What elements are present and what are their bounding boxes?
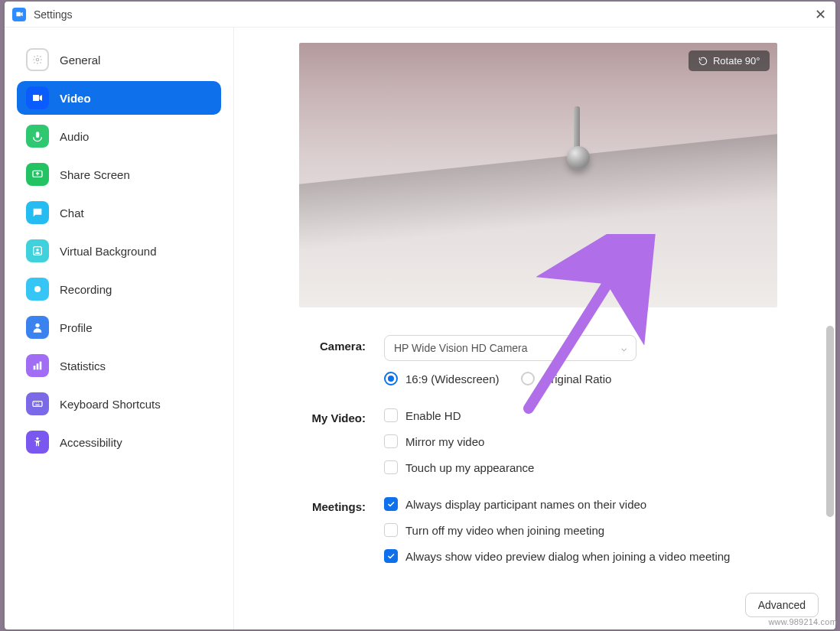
meetings-label: Meetings: — [256, 496, 384, 513]
close-button[interactable]: ✕ — [812, 7, 828, 22]
statistics-icon — [26, 354, 49, 377]
sidebar-item-profile[interactable]: Profile — [17, 311, 221, 344]
settings-window: Settings ✕ General Video Audi — [5, 2, 835, 629]
sidebar-item-statistics[interactable]: Statistics — [17, 349, 221, 382]
sidebar-item-label: Statistics — [60, 359, 106, 372]
sidebar-item-accessibility[interactable]: Accessibility — [17, 425, 221, 459]
checkbox-label: Enable HD — [405, 409, 461, 422]
checkbox-icon — [384, 460, 398, 474]
my-video-label: My Video: — [256, 407, 384, 424]
camera-select-value: HP Wide Vision HD Camera — [394, 342, 528, 354]
general-icon — [26, 48, 49, 71]
sidebar-item-label: Profile — [60, 321, 93, 334]
rotate-90-button[interactable]: Rotate 90° — [689, 50, 770, 71]
sidebar-item-label: Keyboard Shortcuts — [60, 398, 161, 411]
sidebar-item-label: Audio — [60, 130, 89, 143]
preview-decor — [567, 146, 590, 169]
sidebar-item-keyboard-shortcuts[interactable]: Keyboard Shortcuts — [17, 387, 221, 421]
radio-icon — [521, 372, 535, 385]
svg-rect-9 — [33, 402, 42, 407]
sidebar-item-label: Chat — [60, 207, 84, 220]
sidebar-item-label: Share Screen — [60, 168, 130, 181]
audio-icon — [26, 125, 49, 148]
recording-icon — [26, 278, 49, 301]
checkbox-icon — [384, 408, 398, 422]
video-icon — [26, 86, 49, 109]
sidebar-item-chat[interactable]: Chat — [17, 196, 221, 229]
camera-select[interactable]: HP Wide Vision HD Camera ⌵ — [384, 335, 637, 361]
svg-rect-6 — [34, 366, 36, 369]
checkbox-label: Always show video preview dialog when jo… — [405, 550, 730, 563]
checkbox-icon — [384, 434, 398, 448]
checkbox-label: Always display participant names on thei… — [405, 498, 646, 511]
camera-label: Camera: — [256, 335, 384, 353]
video-settings-form: Camera: HP Wide Vision HD Camera ⌵ 16:9 … — [256, 335, 820, 574]
svg-rect-7 — [37, 363, 39, 369]
sidebar-item-label: Video — [60, 92, 91, 105]
radio-icon — [384, 372, 398, 385]
share-screen-icon — [26, 163, 49, 186]
svg-point-5 — [35, 324, 39, 327]
chevron-down-icon: ⌵ — [621, 343, 627, 353]
rotate-icon — [698, 56, 708, 67]
touch-up-checkbox[interactable]: Touch up my appearance — [384, 459, 820, 476]
accessibility-icon — [26, 431, 49, 454]
sidebar-item-share-screen[interactable]: Share Screen — [17, 158, 221, 191]
titlebar: Settings ✕ — [5, 2, 835, 28]
checkbox-icon — [384, 523, 398, 537]
sidebar-item-recording[interactable]: Recording — [17, 272, 221, 306]
ratio-widescreen-radio[interactable]: 16:9 (Widescreen) — [384, 370, 500, 387]
checkbox-label: Mirror my video — [405, 435, 484, 448]
radio-label: 16:9 (Widescreen) — [405, 372, 500, 385]
svg-point-3 — [36, 249, 38, 251]
checkbox-icon — [384, 497, 398, 511]
virtual-background-icon — [26, 239, 49, 262]
checkbox-icon — [384, 549, 398, 563]
main-panel: Rotate 90° Camera: HP Wide Vision HD Cam… — [234, 28, 835, 629]
sidebar-item-label: Accessibility — [60, 436, 122, 449]
ratio-original-radio[interactable]: Original Ratio — [521, 370, 612, 387]
sidebar-item-virtual-background[interactable]: Virtual Background — [17, 234, 221, 268]
window-body: General Video Audio Share Screen — [5, 28, 835, 629]
svg-point-10 — [36, 437, 38, 440]
sidebar-item-audio[interactable]: Audio — [17, 119, 221, 153]
sidebar-item-video[interactable]: Video — [17, 81, 221, 115]
mirror-video-checkbox[interactable]: Mirror my video — [384, 433, 820, 450]
svg-rect-8 — [40, 362, 42, 370]
svg-point-0 — [36, 58, 39, 61]
svg-point-4 — [34, 286, 41, 292]
window-title: Settings — [34, 8, 73, 21]
keyboard-icon — [26, 392, 49, 415]
sidebar: General Video Audio Share Screen — [5, 28, 234, 629]
display-names-checkbox[interactable]: Always display participant names on thei… — [384, 496, 820, 512]
checkbox-label: Touch up my appearance — [405, 461, 534, 474]
advanced-button[interactable]: Advanced — [745, 593, 819, 617]
sidebar-item-label: Virtual Background — [60, 245, 156, 258]
scrollbar-thumb[interactable] — [826, 326, 834, 517]
sidebar-item-general[interactable]: General — [17, 43, 221, 76]
video-preview: Rotate 90° — [299, 43, 777, 307]
watermark: www.989214.com — [768, 617, 837, 626]
sidebar-item-label: General — [60, 54, 100, 67]
preview-dialog-checkbox[interactable]: Always show video preview dialog when jo… — [384, 548, 820, 564]
radio-label: Original Ratio — [542, 372, 612, 385]
profile-icon — [26, 316, 49, 339]
rotate-label: Rotate 90° — [713, 55, 760, 67]
enable-hd-checkbox[interactable]: Enable HD — [384, 407, 820, 424]
chat-icon — [26, 201, 49, 224]
sidebar-item-label: Recording — [60, 283, 112, 296]
checkbox-label: Turn off my video when joining meeting — [405, 524, 604, 537]
app-icon — [12, 8, 26, 21]
turn-off-video-checkbox[interactable]: Turn off my video when joining meeting — [384, 522, 820, 538]
